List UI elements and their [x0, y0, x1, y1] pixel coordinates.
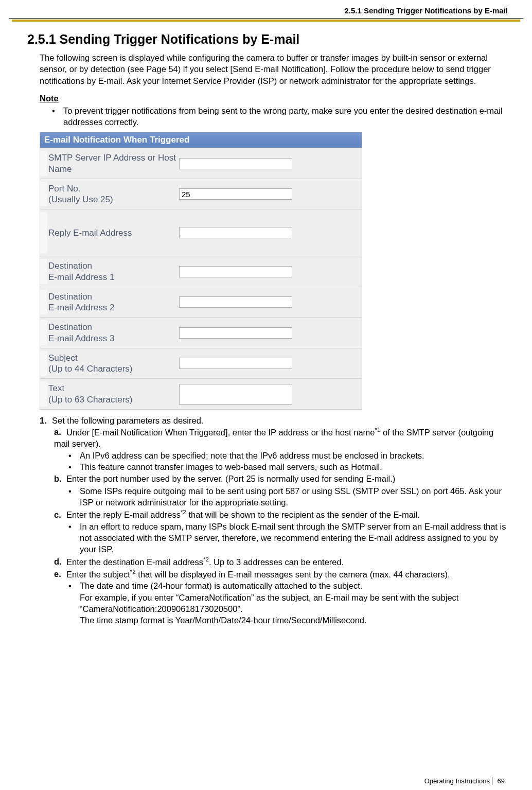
step-1d: d.Enter the destination E-mail address*2…: [54, 556, 508, 568]
note-bullet: To prevent trigger notifications from be…: [52, 105, 508, 128]
subject-input[interactable]: [179, 358, 292, 369]
text-input[interactable]: [179, 384, 292, 405]
reply-label: Reply E-mail Address: [47, 212, 179, 253]
step-1c-bullet-1: In an effort to reduce spam, many ISPs b…: [68, 521, 508, 555]
smtp-label: SMTP Server IP Address or Host Name: [47, 151, 179, 176]
footer-doc-title: Operating Instructions: [424, 777, 490, 785]
step-1b-bullet-1: Some ISPs require outgoing mail to be se…: [68, 485, 508, 508]
step-1e-bullet-1: The date and time (24-hour format) is au…: [68, 580, 508, 626]
note-heading: Note: [27, 94, 508, 103]
intro-paragraph: The following screen is displayed while …: [27, 52, 508, 86]
email-settings-panel: E-mail Notification When Triggered SMTP …: [40, 132, 362, 410]
step-1a: a.Under [E-mail Notification When Trigge…: [54, 426, 508, 473]
step-1-text: Set the following parameters as desired.: [52, 416, 203, 425]
dest1-label: Destination E-mail Address 1: [47, 259, 179, 284]
smtp-input[interactable]: [179, 158, 292, 169]
dest3-label: Destination E-mail Address 3: [47, 320, 179, 345]
step-1a-bullet-1: An IPv6 address can be specified; note t…: [68, 450, 508, 461]
step-1a-bullet-2: This feature cannot transfer images to w…: [68, 461, 508, 472]
text-label: Text (Up to 63 Characters): [47, 381, 179, 407]
page-header: 2.5.1 Sending Trigger Notifications by E…: [9, 5, 523, 19]
step-1: 1.Set the following parameters as desire…: [40, 416, 508, 626]
port-input[interactable]: [179, 188, 292, 200]
subject-label: Subject (Up to 44 Characters): [47, 351, 179, 376]
reply-input[interactable]: [179, 227, 292, 238]
step-1b: b.Enter the port number used by the serv…: [54, 473, 508, 508]
dest2-input[interactable]: [179, 296, 292, 308]
port-label: Port No. (Usually Use 25): [47, 182, 179, 207]
step-1c: c.Enter the reply E-mail address*2 that …: [54, 508, 508, 555]
dest3-input[interactable]: [179, 327, 292, 339]
dest1-input[interactable]: [179, 266, 292, 277]
panel-title: E-mail Notification When Triggered: [40, 132, 362, 148]
step-1e: e.Enter the subject*2 that will be displ…: [54, 568, 508, 626]
section-heading: 2.5.1 Sending Trigger Notifications by E…: [27, 32, 508, 47]
step-1-number: 1.: [40, 416, 52, 426]
footer-page: 69: [492, 777, 508, 785]
page-footer: Operating Instructions 69: [424, 777, 508, 785]
dest2-label: Destination E-mail Address 2: [47, 290, 179, 315]
